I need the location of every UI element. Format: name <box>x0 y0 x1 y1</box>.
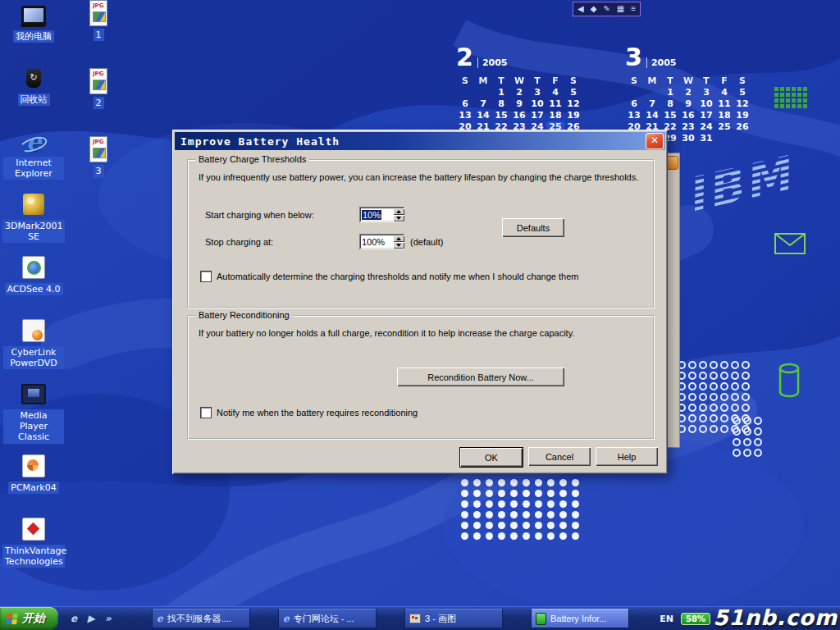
calendar-day: 12 <box>733 98 751 110</box>
notify-reconditioning-checkbox-row[interactable]: Notify me when the battery requires reco… <box>200 407 418 418</box>
more-chevron-icon[interactable]: » <box>103 613 114 624</box>
calendar-day-header: F <box>715 75 733 87</box>
dot <box>473 511 481 518</box>
notify-reconditioning-checkbox[interactable] <box>200 407 212 418</box>
icon-label: ACDSee 4.0 <box>5 283 63 295</box>
dot <box>535 500 542 508</box>
task-label: 专门网论坛 - ... <box>294 613 354 625</box>
language-indicator[interactable]: EN <box>660 614 673 624</box>
taskbar-task[interactable]: 专门网论坛 - ... <box>278 609 377 628</box>
dot <box>523 500 530 508</box>
dot <box>786 104 790 108</box>
dot <box>780 104 784 108</box>
task-label: 找不到服务器.... <box>167 613 231 625</box>
taskbar-task[interactable]: Battery Infor... <box>531 609 629 628</box>
acdsee-icon <box>20 254 48 281</box>
defaults-button[interactable]: Defaults <box>502 218 564 237</box>
internet-explorer-icon[interactable]: e <box>68 613 80 624</box>
dot <box>720 414 728 422</box>
file-icon-jpg-3[interactable]: JPG3 <box>88 136 109 177</box>
dot <box>473 500 481 508</box>
calendar-day: 17 <box>528 110 546 121</box>
file-icon-column: JPG1JPG2JPG3 <box>75 0 121 205</box>
background-window-edge[interactable] <box>666 153 680 448</box>
dot <box>797 93 801 97</box>
desktop-icon-thinkvantage[interactable]: ThinkVantage Technologies <box>2 516 65 570</box>
spin-up-icon[interactable] <box>393 208 404 215</box>
desktop-icon-powerdvd[interactable]: CyberLink PowerDVD <box>3 317 64 372</box>
desktop-icon-recycle-bin[interactable]: 回收站 <box>18 65 50 119</box>
dot <box>535 522 542 529</box>
dialog-titlebar[interactable]: Improve Battery Health ✕ <box>175 132 665 150</box>
my-computer-icon <box>20 2 48 28</box>
dot <box>742 393 750 401</box>
connector-icon[interactable]: ◀ <box>578 3 584 15</box>
dot <box>733 417 741 425</box>
calendar-day: 30 <box>679 133 697 144</box>
spin-down-icon[interactable] <box>393 242 404 249</box>
battery-indicator[interactable]: 58% <box>681 613 710 625</box>
ok-button[interactable]: OK <box>459 447 523 468</box>
desktop-icon-threedmark[interactable]: 3DMark2001 SE <box>2 191 65 245</box>
dot <box>720 393 728 401</box>
dot <box>498 522 505 529</box>
dot <box>720 361 728 369</box>
watermark: 51nb.com <box>713 605 838 630</box>
cancel-button[interactable]: Cancel <box>528 447 591 466</box>
auto-determine-checkbox-row[interactable]: Automatically determine the charging thr… <box>200 271 578 282</box>
dot <box>797 87 801 91</box>
recondition-battery-button[interactable]: Recondition Battery Now... <box>397 368 564 386</box>
dot <box>559 532 567 540</box>
calendar-day: 26 <box>733 121 751 133</box>
calendar-day-header: S <box>625 75 643 87</box>
desktop: IBM ◀◆✎▦≡ 22005SMTWTFS123456789101112131… <box>0 0 840 630</box>
dot <box>510 479 518 486</box>
dot <box>699 425 707 433</box>
close-button[interactable]: ✕ <box>646 133 664 149</box>
dot <box>572 479 579 486</box>
start-charging-input[interactable]: 10% <box>359 207 404 222</box>
stop-charging-input[interactable]: 100% <box>359 234 404 249</box>
calendar-day: 4 <box>546 87 564 98</box>
calendar-day-header: T <box>528 75 546 87</box>
floating-toolbar[interactable]: ◀◆✎▦≡ <box>573 2 641 16</box>
pen-icon[interactable]: ✎ <box>603 3 609 15</box>
help-button[interactable]: Help <box>596 447 658 466</box>
calendar-day: 31 <box>697 133 715 144</box>
file-icon-jpg-1[interactable]: JPG1 <box>88 0 109 41</box>
calendar-day-header: S <box>456 75 474 87</box>
task-label: Battery Infor... <box>550 614 606 623</box>
dot <box>742 372 750 380</box>
spin-up-icon[interactable] <box>393 235 404 242</box>
dot <box>486 479 493 486</box>
media-player-icon[interactable]: ▶ <box>85 613 97 624</box>
taskbar-task[interactable]: 找不到服务器.... <box>152 609 250 628</box>
desktop-icon-acdsee[interactable]: ACDSee 4.0 <box>5 254 63 308</box>
start-spinner[interactable] <box>393 208 404 221</box>
calendar-day: 9 <box>679 98 697 110</box>
desktop-icon-my-computer[interactable]: 我的电脑 <box>13 2 54 56</box>
list-icon[interactable]: ≡ <box>631 3 636 15</box>
taskbar-task[interactable]: 3 - 画图 <box>404 609 503 628</box>
dot <box>792 104 796 108</box>
calendar-day-header: T <box>492 75 510 87</box>
internet-explorer-icon <box>20 128 48 154</box>
calendar-year: 2005 <box>477 57 508 68</box>
stop-charging-value: 100% <box>362 237 385 247</box>
file-icon-jpg-2[interactable]: JPG2 <box>88 68 109 109</box>
desktop-icon-pcmark[interactable]: PCMark04 <box>8 453 58 507</box>
desktop-icon-mpc[interactable]: Media Player Classic <box>3 381 64 444</box>
jpg-icon: JPG <box>88 68 109 94</box>
dot <box>523 479 530 486</box>
calendar-day: 4 <box>715 87 733 98</box>
calendar-day-header: T <box>661 75 679 87</box>
grid-icon[interactable]: ▦ <box>617 3 624 15</box>
spin-down-icon[interactable] <box>393 215 404 221</box>
stop-spinner[interactable] <box>393 235 404 249</box>
start-button[interactable]: 开始 <box>0 607 58 630</box>
auto-determine-checkbox[interactable] <box>200 271 212 282</box>
desktop-icon-internet-explorer[interactable]: Internet Explorer <box>3 128 64 182</box>
diamond-icon[interactable]: ◆ <box>591 3 597 15</box>
dot <box>461 500 468 508</box>
dot <box>743 427 751 436</box>
